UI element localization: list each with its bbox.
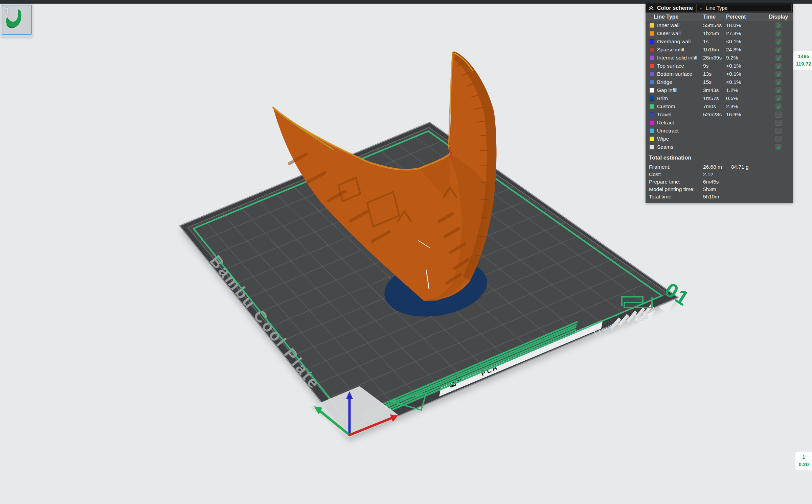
total-row-value: 2.12 [703, 171, 731, 177]
total-row-label: Model printing time: [646, 186, 703, 192]
panel-header: Color scheme ⌄ Line Type [646, 3, 793, 13]
line-type-percent: 1.2% [726, 87, 764, 93]
display-checkbox[interactable] [775, 87, 782, 93]
line-type-label: Brim [657, 95, 703, 101]
collapse-panel-icon[interactable] [648, 5, 654, 11]
line-type-time: 1s [703, 39, 726, 45]
line-type-percent: 9.2% [726, 55, 764, 61]
display-cell [764, 39, 793, 45]
total-row: Filament:26.68 m84.71 g [646, 163, 793, 171]
display-checkbox[interactable] [775, 112, 782, 118]
line-type-time: 52m23s [703, 112, 726, 118]
plate-thumbnail[interactable]: 1 [2, 5, 32, 35]
legend-row: Inner wall55m54s18.0% [646, 21, 793, 29]
display-checkbox[interactable] [775, 22, 782, 28]
bottom-layer-info-badge: 1 0.20 [795, 452, 812, 470]
legend-row: Travel52m23s16.9% [646, 111, 793, 119]
line-type-label: Custom [657, 103, 703, 110]
legend-table-header: Line Type Time Percent Display [646, 13, 793, 21]
total-row-value: 6m45s [703, 179, 731, 185]
display-cell [764, 79, 793, 85]
bottom-layer-number: 1 [795, 453, 812, 461]
display-checkbox[interactable] [775, 136, 782, 142]
display-checkbox[interactable] [775, 128, 782, 134]
display-cell [764, 71, 793, 77]
display-checkbox[interactable] [775, 55, 782, 61]
legend-row: Internal solid infill28m39s9.2% [646, 54, 793, 62]
line-type-label: Retract [657, 120, 703, 126]
line-type-color-swatch [650, 96, 654, 101]
display-checkbox[interactable] [775, 79, 782, 85]
plate-number-label: 1 [5, 6, 9, 16]
display-checkbox[interactable] [775, 103, 782, 110]
display-checkbox[interactable] [775, 47, 782, 53]
legend-row: Custom7m0s2.3% [646, 102, 793, 111]
line-type-color-swatch [650, 120, 654, 125]
line-type-label: Internal solid infill [657, 55, 703, 61]
line-type-time: 15s [703, 79, 726, 85]
line-type-label: Overhang wall [657, 39, 703, 45]
line-type-percent: 24.3% [726, 47, 764, 53]
display-cell [764, 22, 793, 28]
line-type-time: 28m39s [703, 55, 726, 61]
total-row-label: Total time: [646, 194, 703, 200]
line-type-color-swatch [650, 72, 654, 76]
line-type-label: Bottom surface [657, 71, 703, 77]
display-checkbox[interactable] [775, 144, 782, 150]
display-checkbox[interactable] [775, 39, 782, 45]
line-type-percent: <0.1% [726, 79, 764, 85]
legend-row: Wipe [646, 135, 793, 143]
line-type-percent: 18.0% [726, 22, 764, 28]
line-type-color-swatch [650, 80, 654, 85]
line-type-color-swatch [650, 104, 654, 109]
line-type-color-swatch [650, 47, 654, 52]
line-type-percent: 2.3% [726, 103, 764, 110]
line-type-time: 13s [703, 71, 726, 77]
line-type-label: Seams [657, 144, 703, 150]
total-row-value2: 84.71 g [731, 164, 749, 170]
line-type-color-swatch [650, 137, 654, 141]
line-type-color-swatch [650, 145, 654, 149]
total-row-value: 26.68 m [703, 164, 731, 170]
line-type-color-swatch [650, 112, 654, 117]
line-type-time: 1h25m [703, 30, 726, 37]
line-type-label: Top surface [657, 63, 703, 69]
line-type-time: 1m57s [703, 95, 726, 101]
layer-slider-info-badge: 1495 119.72 [793, 51, 812, 70]
display-checkbox[interactable] [775, 71, 782, 77]
legend-row: Seams [646, 143, 793, 151]
total-row: Model printing time:5h3m [646, 186, 793, 193]
display-checkbox[interactable] [775, 95, 782, 101]
display-cell [764, 87, 793, 93]
legend-row: Outer wall1h25m27.3% [646, 29, 793, 38]
color-scheme-dropdown[interactable]: ⌄ Line Type [696, 4, 792, 12]
legend-row: Bridge15s<0.1% [646, 78, 793, 86]
legend-row: Overhang wall1s<0.1% [646, 38, 793, 46]
line-type-percent: <0.1% [726, 71, 764, 77]
total-row-label: Filament: [646, 164, 703, 170]
line-type-percent: 16.9% [726, 112, 764, 118]
slicer-preview-window: { "thumbnail": { "plate_number": "1" }, … [0, 0, 812, 504]
display-cell [764, 95, 793, 101]
line-type-label: Wipe [657, 136, 703, 142]
layer-height-value: 119.72 [794, 60, 812, 68]
display-cell [764, 144, 793, 150]
line-type-label: Inner wall [657, 22, 703, 28]
display-checkbox[interactable] [775, 120, 782, 126]
display-checkbox[interactable] [775, 63, 782, 69]
total-row-value: 5h3m [703, 186, 731, 192]
display-checkbox[interactable] [775, 30, 782, 37]
line-type-time: 3m43s [703, 87, 726, 93]
line-type-label: Bridge [657, 79, 703, 85]
line-type-time: 55m54s [703, 22, 726, 28]
plate-thumbnail-container: 1 [1, 4, 33, 38]
total-row: Prepare time:6m45s [646, 178, 793, 186]
display-cell [764, 128, 793, 134]
color-scheme-panel: Color scheme ⌄ Line Type Line Type Time … [646, 3, 793, 203]
line-type-color-swatch [650, 88, 654, 93]
line-type-color-swatch [650, 128, 654, 133]
line-type-percent: 0.6% [726, 95, 764, 101]
total-row-label: Prepare time: [646, 179, 703, 185]
line-type-label: Travel [657, 112, 703, 118]
legend-row: Retract [646, 119, 793, 127]
